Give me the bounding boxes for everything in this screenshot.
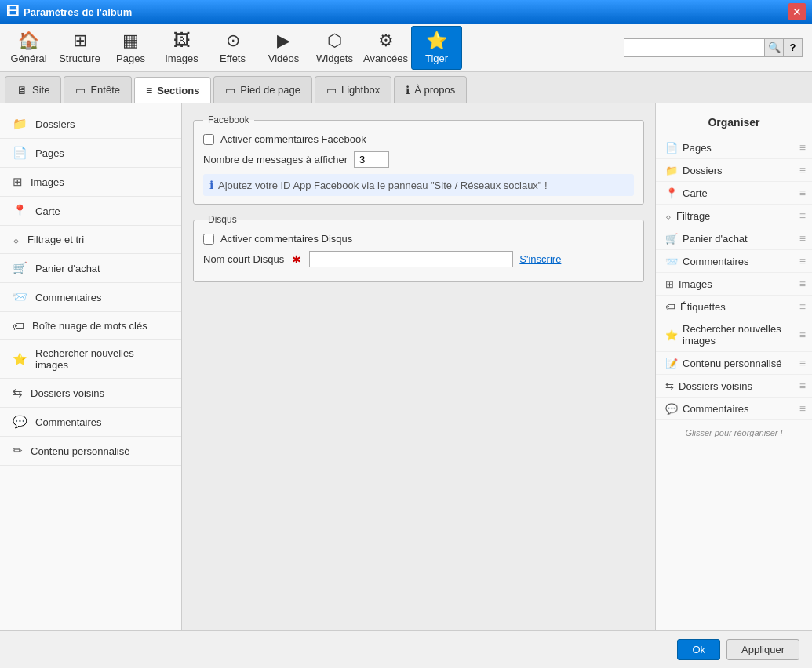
toolbar-label-general: Général bbox=[10, 53, 46, 64]
search-button[interactable]: 🔍 bbox=[765, 38, 784, 57]
tab-icon-pied: ▭ bbox=[225, 84, 235, 96]
sidebar-icon-commentaires1: 📨 bbox=[13, 290, 27, 304]
drag-handle-4[interactable]: ≡ bbox=[799, 232, 806, 245]
apply-button[interactable]: Appliquer bbox=[726, 639, 799, 660]
help-button[interactable]: ? bbox=[784, 38, 803, 57]
tab-icon-lightbox: ▭ bbox=[326, 84, 337, 96]
sidebar-item-panier[interactable]: 🛒Panier d'achat bbox=[0, 254, 181, 283]
sidebar-item-dossiers_voisins[interactable]: ⇆Dossiers voisins bbox=[0, 379, 181, 408]
organiser-label-1: Dossiers bbox=[683, 165, 723, 176]
toolbar-item-avancees[interactable]: ⚙Avancées bbox=[360, 26, 411, 70]
disqus-checkbox[interactable] bbox=[203, 234, 214, 245]
sidebar-icon-filtrage: ⬦ bbox=[13, 233, 20, 246]
search-input[interactable] bbox=[624, 38, 765, 57]
toolbar-item-images[interactable]: 🖼Images bbox=[156, 26, 207, 70]
organiser-item-4[interactable]: 🛒Panier d'achat≡ bbox=[656, 227, 812, 250]
drag-handle-10[interactable]: ≡ bbox=[799, 379, 806, 392]
sidebar-item-contenu[interactable]: ✏Contenu personnalisé bbox=[0, 437, 181, 466]
sidebar-icon-contenu: ✏ bbox=[13, 444, 23, 458]
toolbar-item-effets[interactable]: ⊙Effets bbox=[207, 26, 258, 70]
organiser-icon-3: ⬦ bbox=[665, 210, 672, 222]
sidebar-item-rechercher[interactable]: ⭐Rechercher nouvelles images bbox=[0, 340, 181, 379]
organiser-hint: Glisser pour réorganiser ! bbox=[656, 420, 812, 445]
toolbar-icon-structure: ⊞ bbox=[73, 31, 87, 51]
tab-site[interactable]: 🖥Site bbox=[5, 76, 61, 103]
sidebar-item-commentaires2[interactable]: 💬Commentaires bbox=[0, 408, 181, 437]
toolbar-items: 🏠Général⊞Structure▦Pages🖼Images⊙Effets▶V… bbox=[3, 26, 462, 70]
organiser-label-10: Dossiers voisins bbox=[679, 380, 752, 392]
organiser-label-5: Commentaires bbox=[683, 256, 749, 267]
tab-label-lightbox: Lightbox bbox=[341, 84, 380, 96]
messages-label: Nombre de messages à afficher bbox=[203, 154, 348, 165]
drag-handle-7[interactable]: ≡ bbox=[799, 300, 806, 313]
tab-label-site: Site bbox=[32, 84, 49, 96]
organiser-item-3[interactable]: ⬦Filtrage≡ bbox=[656, 205, 812, 227]
titlebar-title: Paramètres de l'album bbox=[24, 6, 132, 18]
facebook-checkbox[interactable] bbox=[203, 134, 214, 145]
sidebar-label-panier: Panier d'achat bbox=[35, 263, 100, 274]
sidebar-item-boite[interactable]: 🏷Boîte nuage de mots clés bbox=[0, 312, 181, 340]
organiser-icon-8: ⭐ bbox=[665, 329, 678, 341]
tab-icon-sections: ≡ bbox=[146, 84, 152, 96]
organiser-label-9: Contenu personnalisé bbox=[683, 358, 781, 369]
sidebar-label-pages: Pages bbox=[35, 147, 64, 159]
toolbar-icon-effets: ⊙ bbox=[226, 31, 240, 51]
organiser-item-9[interactable]: 📝Contenu personnalisé≡ bbox=[656, 352, 812, 375]
sidebar-icon-dossiers: 📁 bbox=[13, 117, 27, 131]
toolbar-item-pages[interactable]: ▦Pages bbox=[105, 26, 156, 70]
organiser-item-10[interactable]: ⇆Dossiers voisins≡ bbox=[656, 375, 812, 398]
organiser-list: 📄Pages≡📁Dossiers≡📍Carte≡⬦Filtrage≡🛒Panie… bbox=[656, 136, 812, 420]
organiser-item-8[interactable]: ⭐Rechercher nouvelles images≡ bbox=[656, 318, 812, 352]
tab-lightbox[interactable]: ▭Lightbox bbox=[315, 76, 391, 103]
sidebar-item-images[interactable]: ⊞Images bbox=[0, 168, 181, 197]
register-link[interactable]: S'inscrire bbox=[519, 253, 561, 265]
tab-sections[interactable]: ≡Sections bbox=[134, 77, 211, 103]
messages-input[interactable] bbox=[354, 151, 389, 168]
toolbar-item-videos[interactable]: ▶Vidéos bbox=[258, 26, 309, 70]
organiser-item-5[interactable]: 📨Commentaires≡ bbox=[656, 250, 812, 273]
toolbar-label-videos: Vidéos bbox=[268, 53, 300, 64]
organiser-item-11[interactable]: 💬Commentaires≡ bbox=[656, 398, 812, 420]
sidebar-item-dossiers[interactable]: 📁Dossiers bbox=[0, 110, 181, 139]
drag-handle-9[interactable]: ≡ bbox=[799, 357, 806, 369]
shortname-input[interactable] bbox=[309, 251, 513, 267]
sidebar-item-pages[interactable]: 📄Pages bbox=[0, 139, 181, 168]
toolbar-item-structure[interactable]: ⊞Structure bbox=[54, 26, 105, 70]
toolbar-icon-videos: ▶ bbox=[277, 31, 290, 51]
organiser-item-1[interactable]: 📁Dossiers≡ bbox=[656, 159, 812, 182]
toolbar-item-tiger[interactable]: ⭐Tiger bbox=[411, 26, 462, 70]
info-icon: ℹ bbox=[209, 179, 213, 191]
drag-handle-8[interactable]: ≡ bbox=[799, 329, 806, 341]
drag-handle-2[interactable]: ≡ bbox=[799, 187, 806, 199]
sidebar-icon-boite: 🏷 bbox=[13, 319, 24, 332]
organiser-item-6[interactable]: ⊞Images≡ bbox=[656, 273, 812, 296]
organiser-item-0[interactable]: 📄Pages≡ bbox=[656, 136, 812, 159]
tab-apropos[interactable]: ℹÀ propos bbox=[394, 76, 467, 103]
organiser-item-7[interactable]: 🏷Étiquettes≡ bbox=[656, 296, 812, 318]
main-area: 📁Dossiers📄Pages⊞Images📍Carte⬦Filtrage et… bbox=[0, 103, 812, 630]
sidebar-item-filtrage[interactable]: ⬦Filtrage et tri bbox=[0, 226, 181, 254]
tab-pied[interactable]: ▭Pied de page bbox=[213, 76, 312, 103]
tabs-container: 🖥Site▭Entête≡Sections▭Pied de page▭Light… bbox=[5, 76, 469, 103]
close-button[interactable]: ✕ bbox=[788, 3, 806, 20]
ok-button[interactable]: Ok bbox=[677, 639, 720, 660]
sidebar-label-dossiers: Dossiers bbox=[35, 118, 75, 130]
toolbar-item-widgets[interactable]: ⬡Widgets bbox=[309, 26, 360, 70]
right-panel: Organiser 📄Pages≡📁Dossiers≡📍Carte≡⬦Filtr… bbox=[655, 103, 812, 630]
sidebar-icon-pages: 📄 bbox=[13, 146, 27, 160]
tab-entete[interactable]: ▭Entête bbox=[64, 76, 132, 103]
toolbar-label-pages: Pages bbox=[116, 53, 145, 64]
drag-handle-0[interactable]: ≡ bbox=[799, 141, 806, 154]
sidebar-item-carte[interactable]: 📍Carte bbox=[0, 197, 181, 226]
organiser-label-11: Commentaires bbox=[683, 403, 749, 415]
organiser-icon-10: ⇆ bbox=[665, 380, 674, 392]
sidebar-item-commentaires1[interactable]: 📨Commentaires bbox=[0, 283, 181, 312]
drag-handle-6[interactable]: ≡ bbox=[799, 278, 806, 290]
drag-handle-1[interactable]: ≡ bbox=[799, 164, 806, 176]
drag-handle-11[interactable]: ≡ bbox=[799, 402, 806, 415]
facebook-info: ℹ Ajoutez votre ID App Facebook via le p… bbox=[203, 174, 634, 196]
organiser-item-2[interactable]: 📍Carte≡ bbox=[656, 182, 812, 205]
toolbar-item-general[interactable]: 🏠Général bbox=[3, 26, 54, 70]
drag-handle-5[interactable]: ≡ bbox=[799, 255, 806, 267]
drag-handle-3[interactable]: ≡ bbox=[799, 209, 806, 222]
